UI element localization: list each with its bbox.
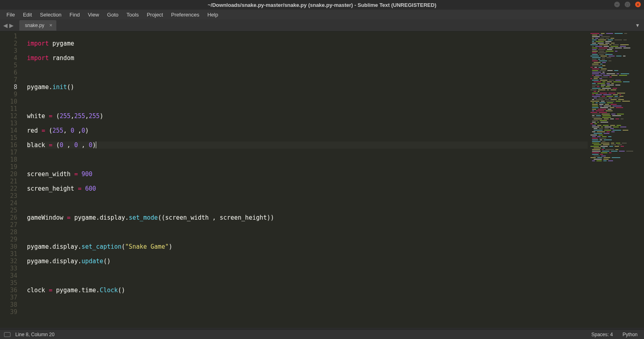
line-number: 39 xyxy=(0,308,22,316)
line-number: 13 xyxy=(0,120,22,127)
caret xyxy=(96,141,97,148)
line-number: 3 xyxy=(0,47,22,54)
line-number: 14 xyxy=(0,127,22,134)
line-number: 6 xyxy=(0,69,22,76)
menu-tools[interactable]: Tools xyxy=(122,10,142,19)
line-number: 1 xyxy=(0,33,22,40)
nav-forward-icon[interactable]: ▶ xyxy=(8,22,14,29)
gutter: 1234567891011121314151617181920212223242… xyxy=(0,31,22,328)
menu-file[interactable]: File xyxy=(2,10,19,19)
tab-close-icon[interactable]: × xyxy=(49,22,52,28)
editor[interactable]: 1234567891011121314151617181920212223242… xyxy=(0,31,644,328)
menu-view[interactable]: View xyxy=(84,10,103,19)
cursor-position: Line 8, Column 20 xyxy=(15,332,54,337)
line-number: 36 xyxy=(0,287,22,294)
statusbar: Line 8, Column 20 Spaces: 4 Python xyxy=(0,329,644,339)
tab-snake-py[interactable]: snake.py × xyxy=(19,20,56,31)
tab-label: snake.py xyxy=(25,23,44,28)
menu-project[interactable]: Project xyxy=(143,10,167,19)
line-number: 34 xyxy=(0,272,22,279)
menu-preferences[interactable]: Preferences xyxy=(167,10,203,19)
line-number: 10 xyxy=(0,98,22,105)
line-number: 4 xyxy=(0,54,22,62)
line-number: 26 xyxy=(0,214,22,221)
tab-overflow-icon[interactable]: ▼ xyxy=(635,23,640,28)
close-button[interactable]: × xyxy=(635,2,641,7)
line-number: 12 xyxy=(0,112,22,120)
menu-edit[interactable]: Edit xyxy=(19,10,36,19)
menu-help[interactable]: Help xyxy=(203,10,222,19)
menu-goto[interactable]: Goto xyxy=(103,10,122,19)
line-number: 35 xyxy=(0,279,22,287)
line-number: 22 xyxy=(0,185,22,192)
line-number: 21 xyxy=(0,178,22,185)
line-number: 19 xyxy=(0,163,22,171)
indent-status[interactable]: Spaces: 4 xyxy=(591,332,613,337)
line-number: 25 xyxy=(0,207,22,214)
line-number: 16 xyxy=(0,141,22,149)
line-number: 24 xyxy=(0,200,22,207)
line-number: 18 xyxy=(0,156,22,163)
minimize-button[interactable]: − xyxy=(614,2,620,7)
sidebar-toggle-icon[interactable] xyxy=(4,332,10,337)
line-number: 30 xyxy=(0,243,22,250)
line-number: 2 xyxy=(0,40,22,47)
line-number: 27 xyxy=(0,221,22,229)
line-number: 17 xyxy=(0,149,22,156)
menu-find[interactable]: Find xyxy=(66,10,84,19)
line-number: 37 xyxy=(0,294,22,301)
maximize-button[interactable]: □ xyxy=(625,2,630,7)
syntax-status[interactable]: Python xyxy=(623,332,638,337)
line-number: 9 xyxy=(0,91,22,98)
line-number: 33 xyxy=(0,265,22,272)
titlebar: ~/Downloads/snake.py-master/snake.py (sn… xyxy=(0,0,644,10)
nav-back-icon[interactable]: ◀ xyxy=(2,22,8,29)
line-number: 38 xyxy=(0,301,22,308)
code-area[interactable]: import pygame import random pygame.init(… xyxy=(22,31,644,328)
line-number: 31 xyxy=(0,250,22,258)
line-number: 28 xyxy=(0,229,22,236)
line-number: 15 xyxy=(0,134,22,141)
line-number: 23 xyxy=(0,192,22,200)
tab-row: ◀ ▶ snake.py × ▼ xyxy=(0,19,644,31)
window-title: ~/Downloads/snake.py-master/snake.py (sn… xyxy=(208,2,436,8)
menu-selection[interactable]: Selection xyxy=(36,10,65,19)
menubar: File Edit Selection Find View Goto Tools… xyxy=(0,10,644,19)
line-number: 20 xyxy=(0,171,22,178)
line-number: 5 xyxy=(0,62,22,69)
line-number: 7 xyxy=(0,76,22,83)
minimap[interactable] xyxy=(588,31,644,328)
line-number: 32 xyxy=(0,258,22,265)
line-number: 11 xyxy=(0,105,22,112)
line-number: 8 xyxy=(0,83,22,91)
line-number: 29 xyxy=(0,236,22,243)
